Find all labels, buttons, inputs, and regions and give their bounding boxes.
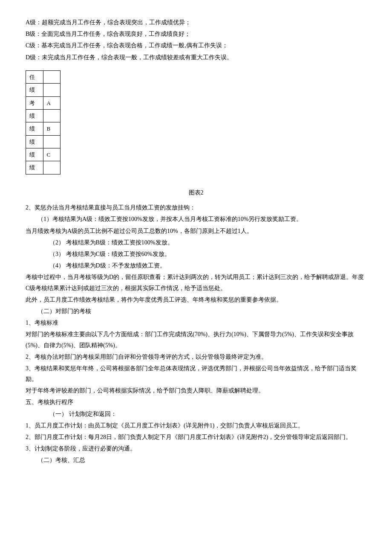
table-row: 任	[26, 71, 60, 84]
para-14: 对于年终考评较差的部门，公司将根据实际情况，给予部门负责人降职、降薪或解聘处理。	[26, 385, 366, 396]
para-16: （一） 计划制定和返回：	[26, 409, 366, 419]
para-2: （1）考核结果为A级：绩效工资按100%发放，并按本人当月考核工资标准的10%另…	[26, 214, 366, 224]
para-11: 对部门的考核标准主要由以下几个方面组成：部门工作完成情况(70%)、执行力(10…	[26, 329, 366, 350]
table-container: 任 绩 考 A 绩 绩 B	[26, 70, 61, 174]
table-row: 考 A	[26, 96, 60, 109]
table-row: 绩 C	[26, 148, 60, 161]
para-1: 2、奖惩办法当月考核结果直接与员工当月绩效工资的发放挂钩：	[26, 202, 366, 213]
table-row: 绩	[26, 161, 60, 174]
table-row: 绩	[26, 109, 60, 122]
para-3: 当月绩效考核为A级的员工比例不超过公司员工总数的10%，各部门原则上不超过1人。	[26, 226, 366, 236]
para-19: 3、计划制定各阶段，应进行必要的沟通。	[26, 443, 366, 454]
grade-c: C级：基本完成当月工作任务，综合表现合格，工作成绩一般,偶有工作失误；	[26, 40, 366, 51]
para-5: （3） 考核结果为C级：绩效工资按60%发放。	[26, 249, 366, 259]
para-8: 此外，员工月度工作绩效考核结果，将作为年度优秀员工评选、年终考核和奖惩的重要参考…	[26, 294, 366, 305]
table-row: 绩 B	[26, 122, 60, 135]
para-12: 2、考核办法对部门的考核采用部门自评和分管领导考评的方式，以分管领导最终评定为准…	[26, 352, 366, 362]
para-10: 1、考核标准	[26, 317, 366, 328]
grade-d: D级：未完成当月工作任务，综合表现一般，工作成绩较差或有重大工作失误。	[26, 52, 366, 63]
para-13: 3、考核结果和奖惩年年终，公司将根据各部门全年总体表现情况，评选优秀部门，并根据…	[26, 363, 366, 384]
document-content: A级：超额完成当月工作任务，综合表现突出，工作成绩优异； B级：全面完成当月工作…	[26, 17, 366, 466]
para-4: （2） 考核结果为B级：绩效工资按100%发放。	[26, 237, 366, 248]
table-row: 绩	[26, 84, 60, 96]
table-row: 绩	[26, 135, 60, 148]
para-17: 1、员工月度工作计划：由员工制定《员工月度工作计划表》(详见附件1)，交部门负责…	[26, 420, 366, 431]
para-15: 五、考核执行程序	[26, 397, 366, 407]
para-9: （二）对部门的考核	[26, 306, 366, 317]
para-7: 考核中过程中，当月考核等级为D的，留任原职查看；累计达到两次的，转为试用员工；累…	[26, 272, 366, 293]
para-20: （二）考核、汇总	[26, 455, 366, 465]
para-18: 2、部门月度工作计划：每月28日，部门负责人制定下月《部门月度工作计划表》(详见…	[26, 432, 366, 442]
figure-caption: 图表2	[26, 187, 366, 198]
grade-b: B级：全面完成当月工作任务，综合表现良好，工作成绩良好；	[26, 29, 366, 39]
para-6: （4） 考核结果为D级：不予发放绩效工资。	[26, 260, 366, 271]
grade-a: A级：超额完成当月工作任务，综合表现突出，工作成绩优异；	[26, 17, 366, 28]
